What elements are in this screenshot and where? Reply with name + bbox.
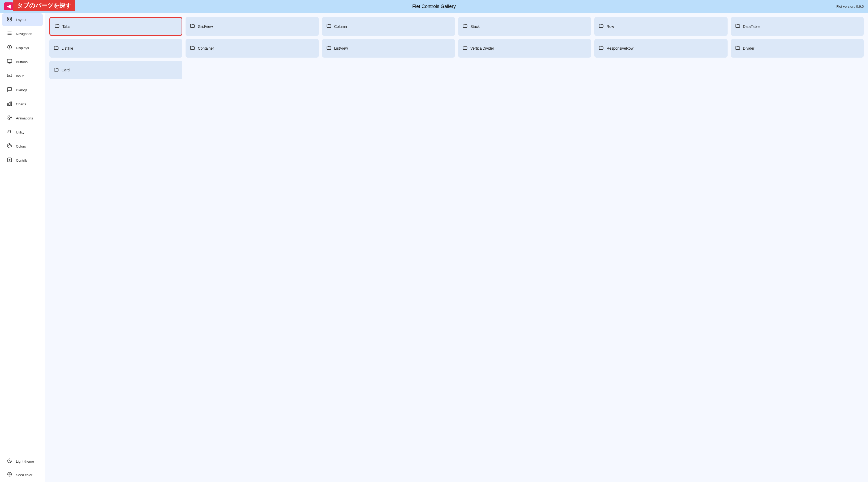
folder-icon-datatable: [735, 23, 740, 30]
sidebar-item-displays[interactable]: Displays: [2, 41, 43, 55]
folder-icon-gridview: [190, 23, 195, 30]
sidebar-label-animations: Animations: [16, 116, 33, 120]
grid-item-label-verticaldivider: VerticalDivider: [470, 46, 494, 51]
svg-rect-16: [8, 103, 8, 106]
sidebar-item-layout[interactable]: Layout: [2, 13, 43, 26]
svg-point-22: [9, 144, 10, 145]
palette-icon: [6, 143, 13, 150]
svg-rect-1: [10, 17, 12, 19]
svg-rect-0: [8, 17, 9, 19]
grid-item-label-datatable: DataTable: [743, 24, 760, 29]
folder-icon-divider: [735, 45, 740, 52]
grid-item-label-tabs: Tabs: [62, 24, 70, 29]
grid-item-label-container: Container: [198, 46, 214, 51]
grid-item-gridview[interactable]: GridView: [186, 17, 318, 36]
svg-rect-2: [8, 20, 9, 21]
main-layout: Layout Navigation Displays Buttons Input: [0, 13, 868, 482]
folder-icon-listtile: [54, 45, 59, 52]
grid-item-label-responsiverow: ResponsiveRow: [607, 46, 633, 51]
sidebar-label-layout: Layout: [16, 18, 26, 22]
grid-item-verticaldivider[interactable]: VerticalDivider: [458, 39, 591, 58]
grid-item-container[interactable]: Container: [186, 39, 318, 58]
add-box-icon: [6, 157, 13, 164]
folder-icon-tabs: [54, 23, 60, 30]
folder-icon-responsiverow: [598, 45, 604, 52]
svg-point-28: [8, 473, 11, 475]
sidebar-label-navigation: Navigation: [16, 32, 32, 36]
hand-icon: [6, 129, 13, 136]
svg-point-19: [9, 117, 11, 119]
grid-item-responsiverow[interactable]: ResponsiveRow: [594, 39, 727, 58]
svg-point-21: [8, 145, 9, 146]
sidebar-label-theme: Light theme: [16, 459, 34, 463]
grid-item-row[interactable]: Row: [594, 17, 727, 36]
sidebar-label-dialogs: Dialogs: [16, 88, 27, 92]
grid-item-tabs[interactable]: Tabs: [50, 17, 182, 36]
back-button[interactable]: ◀: [4, 2, 13, 10]
svg-point-23: [10, 145, 11, 146]
svg-rect-3: [10, 20, 12, 21]
chat-icon: [6, 87, 13, 93]
grid-icon: [6, 17, 13, 23]
svg-point-20: [8, 116, 12, 120]
sidebar-label-input: Input: [16, 74, 24, 78]
sidebar-item-contrib[interactable]: Contrib: [2, 154, 43, 167]
grid-item-label-stack: Stack: [470, 24, 479, 29]
bar-chart-icon: [6, 101, 13, 107]
folder-icon-stack: [462, 23, 468, 30]
sidebar-label-displays: Displays: [16, 46, 29, 50]
folder-icon-listview: [326, 45, 332, 52]
folder-icon-row: [598, 23, 604, 30]
sidebar-item-seed[interactable]: Seed color: [2, 469, 43, 481]
sidebar-item-colors[interactable]: Colors: [2, 140, 43, 153]
sidebar-item-utility[interactable]: Utility: [2, 126, 43, 139]
moon-icon: [6, 458, 13, 465]
sidebar-item-dialogs[interactable]: Dialogs: [2, 84, 43, 97]
grid-item-listview[interactable]: ListView: [322, 39, 455, 58]
svg-rect-10: [7, 60, 12, 63]
sidebar-item-navigation[interactable]: Navigation: [2, 27, 43, 40]
grid-item-listtile[interactable]: ListTile: [50, 39, 182, 58]
sidebar-item-buttons[interactable]: Buttons: [2, 56, 43, 68]
grid-item-datatable[interactable]: DataTable: [731, 17, 864, 36]
content-area: Tabs GridView Column Stack: [45, 13, 868, 482]
sidebar-label-colors: Colors: [16, 144, 26, 148]
monitor-icon: [6, 59, 13, 65]
grid-item-label-gridview: GridView: [198, 24, 213, 29]
sidebar-bottom: Light theme Seed color: [0, 452, 45, 482]
sidebar-item-theme[interactable]: Light theme: [2, 455, 43, 468]
grid-item-divider[interactable]: Divider: [731, 39, 864, 58]
info-icon: [6, 44, 13, 51]
version-label: Flet version: 0.9.0: [836, 4, 864, 8]
grid-item-label-listview: ListView: [334, 46, 348, 51]
grid-item-label-column: Column: [334, 24, 347, 29]
grid-item-label-listtile: ListTile: [62, 46, 73, 51]
grid-item-label-row: Row: [607, 24, 614, 29]
svg-rect-18: [11, 102, 11, 105]
folder-icon-card: [54, 67, 59, 73]
grid-item-card[interactable]: Card: [50, 61, 182, 79]
grid-item-stack[interactable]: Stack: [458, 17, 591, 36]
color-circle-icon: [6, 472, 13, 478]
svg-rect-17: [9, 102, 10, 106]
sidebar-label-charts: Charts: [16, 102, 26, 106]
folder-icon-column: [326, 23, 332, 30]
sidebar-item-input[interactable]: Input: [2, 69, 43, 83]
sidebar-label-utility: Utility: [16, 130, 24, 134]
page-title: Flet Controls Gallery: [412, 4, 456, 9]
sidebar-label-seed: Seed color: [16, 473, 32, 477]
grid-item-label-divider: Divider: [743, 46, 755, 51]
grid-item-label-card: Card: [62, 68, 69, 72]
menu-icon: [6, 31, 13, 37]
sidebar-item-charts[interactable]: Charts: [2, 98, 43, 111]
sidebar: Layout Navigation Displays Buttons Input: [0, 13, 45, 482]
header: ◀ タブのパーツを探す Flet Controls Gallery Flet v…: [0, 0, 868, 13]
grid-item-column[interactable]: Column: [322, 17, 455, 36]
folder-icon-verticaldivider: [462, 45, 468, 52]
sidebar-label-contrib: Contrib: [16, 158, 27, 162]
sidebar-item-animations[interactable]: Animations: [2, 112, 43, 125]
sidebar-label-buttons: Buttons: [16, 60, 28, 64]
animation-icon: [6, 115, 13, 122]
annotation-label: タブのパーツを探す: [13, 0, 75, 11]
folder-icon-container: [190, 45, 195, 52]
